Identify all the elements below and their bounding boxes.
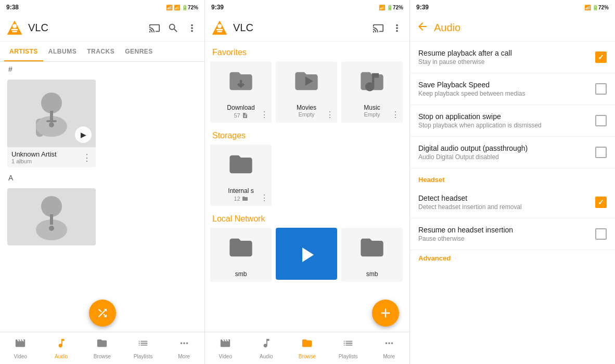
wifi-icon-2: 📶 bbox=[379, 5, 385, 10]
music-more-btn[interactable]: ⋮ bbox=[391, 110, 400, 120]
status-bar-2: 9:39 📶 🔋72% bbox=[205, 0, 409, 15]
setting-save-speed[interactable]: Save Playback Speed Keep playback speed … bbox=[410, 73, 615, 105]
artist-card-unknown[interactable]: ▶ Unknown Artist 1 album ⋮ bbox=[7, 80, 96, 167]
setting-digital-audio[interactable]: Digital audio output (passthrough) Audio… bbox=[410, 137, 615, 168]
music-folder-icon bbox=[358, 68, 386, 100]
nav-audio-label-2: Audio bbox=[260, 354, 273, 359]
setting-resume-headset-desc: Pause otherwise bbox=[418, 235, 589, 242]
nav-browse-2[interactable]: Browse bbox=[287, 334, 328, 362]
nav-video-2[interactable]: Video bbox=[205, 334, 246, 362]
playlists-nav-icon-1 bbox=[137, 337, 149, 352]
folder-internal[interactable]: Internal s 12 ⋮ bbox=[210, 145, 272, 206]
shuffle-fab[interactable] bbox=[89, 300, 116, 327]
setting-resume-call-label: Resume playback after a call bbox=[418, 49, 589, 57]
artist-list: # ▶ Unknown Artist 1 album bbox=[0, 62, 204, 332]
folder-download[interactable]: Download 57 ⋮ bbox=[210, 61, 272, 123]
smb1-name: smb bbox=[235, 270, 247, 278]
settings-page-title: Audio bbox=[434, 22, 460, 34]
add-fab-2[interactable] bbox=[372, 300, 399, 327]
wifi-icon: 📶 bbox=[166, 5, 172, 10]
tab-albums[interactable]: ALBUMS bbox=[43, 42, 82, 61]
setting-resume-call-text: Resume playback after a call Stay in pau… bbox=[418, 49, 589, 66]
cast-icon-1[interactable] bbox=[148, 22, 161, 34]
setting-stop-swipe[interactable]: Stop on application swipe Stop playback … bbox=[410, 105, 615, 137]
nav-playlists-1[interactable]: Playlists bbox=[123, 334, 164, 362]
back-button[interactable] bbox=[416, 20, 429, 35]
setting-stop-swipe-checkbox[interactable] bbox=[595, 115, 607, 126]
cast-icon-2[interactable] bbox=[372, 22, 385, 34]
tab-artists[interactable]: ARTISTS bbox=[4, 42, 43, 61]
setting-detect-headset-checkbox[interactable] bbox=[595, 197, 607, 208]
smb1-icon bbox=[227, 234, 254, 266]
battery-icon-3: 🔋72% bbox=[592, 5, 609, 10]
setting-resume-call-checkbox[interactable] bbox=[595, 51, 607, 63]
localnetwork-grid: smb smb bbox=[210, 228, 404, 282]
movies-more-btn[interactable]: ⋮ bbox=[326, 110, 334, 120]
more-icon-1[interactable] bbox=[186, 22, 198, 34]
setting-save-speed-checkbox[interactable] bbox=[595, 83, 607, 95]
folder-music[interactable]: Music Empty ⋮ bbox=[341, 61, 403, 123]
smb2-name: smb bbox=[366, 270, 378, 278]
play-btn-unknown[interactable]: ▶ bbox=[75, 126, 92, 143]
folder-play[interactable] bbox=[276, 228, 337, 280]
nav-audio-2[interactable]: Audio bbox=[246, 334, 287, 362]
setting-save-speed-label: Save Playback Speed bbox=[418, 81, 589, 89]
folder-movies[interactable]: Movies Empty ⋮ bbox=[276, 61, 337, 123]
svg-rect-9 bbox=[49, 122, 54, 127]
internal-count-num: 12 bbox=[234, 196, 240, 202]
nav-browse-1[interactable]: Browse bbox=[82, 334, 123, 362]
nav-browse-label-1: Browse bbox=[94, 354, 111, 359]
download-folder-icon bbox=[227, 68, 254, 100]
nav-playlists-label-2: Playlists bbox=[339, 354, 358, 359]
folder-smb1[interactable]: smb bbox=[210, 228, 272, 282]
setting-save-speed-desc: Keep playback speed between medias bbox=[418, 90, 589, 97]
playlists-nav-icon-2 bbox=[342, 337, 354, 352]
nav-more-label-2: More bbox=[383, 354, 395, 359]
movies-folder-name: Movies bbox=[297, 104, 316, 111]
artist-more-btn[interactable]: ⋮ bbox=[82, 152, 92, 163]
tabs-1: ARTISTS ALBUMS TRACKS GENRES bbox=[0, 42, 204, 62]
status-time-2: 9:39 bbox=[211, 4, 224, 11]
internal-folder-count: 12 bbox=[234, 196, 248, 202]
status-icons-3: 📶 🔋72% bbox=[584, 5, 609, 10]
favorites-title: Favorites bbox=[210, 42, 404, 61]
setting-detect-headset[interactable]: Detect headset Detect headset insertion … bbox=[410, 187, 615, 218]
audio-nav-icon-1 bbox=[56, 337, 67, 352]
tab-tracks[interactable]: TRACKS bbox=[82, 42, 120, 61]
headset-section-header: Headset bbox=[410, 168, 615, 187]
nav-video-1[interactable]: Video bbox=[0, 334, 41, 362]
setting-resume-headset[interactable]: Resume on headset insertion Pause otherw… bbox=[410, 218, 615, 250]
more-nav-icon-1 bbox=[178, 337, 190, 352]
nav-playlists-2[interactable]: Playlists bbox=[328, 334, 369, 362]
audio-settings-panel: 9:39 📶 🔋72% Audio Resume playback after … bbox=[410, 0, 615, 364]
download-more-btn[interactable]: ⋮ bbox=[260, 110, 268, 120]
more-icon-2[interactable] bbox=[391, 22, 403, 34]
status-time-3: 9:39 bbox=[416, 4, 429, 11]
smb2-icon bbox=[358, 234, 386, 266]
internal-more-btn[interactable]: ⋮ bbox=[260, 193, 268, 203]
setting-digital-audio-checkbox[interactable] bbox=[595, 147, 607, 158]
setting-stop-swipe-text: Stop on application swipe Stop playback … bbox=[418, 112, 589, 129]
svg-rect-16 bbox=[217, 31, 222, 32]
tab-genres[interactable]: GENRES bbox=[120, 42, 158, 61]
setting-resume-headset-checkbox[interactable] bbox=[595, 228, 607, 240]
artist-details: Unknown Artist 1 album bbox=[11, 150, 57, 164]
setting-digital-audio-desc: Audio Digital Output disabled bbox=[418, 153, 589, 161]
nav-audio-1[interactable]: Audio bbox=[41, 334, 82, 362]
artist-thumb-unknown: ▶ bbox=[7, 80, 96, 147]
setting-resume-call[interactable]: Resume playback after a call Stay in pau… bbox=[410, 42, 615, 73]
svg-point-17 bbox=[217, 24, 222, 28]
browse-panel: 9:39 📶 🔋72% VLC Favorites bbox=[205, 0, 410, 364]
nav-more-2[interactable]: More bbox=[368, 334, 409, 362]
bottom-nav-1: Video Audio Browse Playlists More bbox=[0, 332, 204, 364]
music-folder-name: Music bbox=[364, 104, 380, 111]
storages-title: Storages bbox=[210, 125, 404, 145]
nav-more-1[interactable]: More bbox=[163, 334, 204, 362]
search-icon-1[interactable] bbox=[167, 22, 180, 34]
artist-card-2[interactable] bbox=[7, 188, 96, 245]
browse-content: Favorites Download 57 ⋮ Movies bbox=[205, 42, 409, 332]
setting-resume-headset-text: Resume on headset insertion Pause otherw… bbox=[418, 226, 589, 242]
folder-smb2[interactable]: smb bbox=[341, 228, 403, 282]
nav-audio-label-1: Audio bbox=[55, 354, 68, 359]
movies-folder-icon bbox=[293, 68, 320, 100]
